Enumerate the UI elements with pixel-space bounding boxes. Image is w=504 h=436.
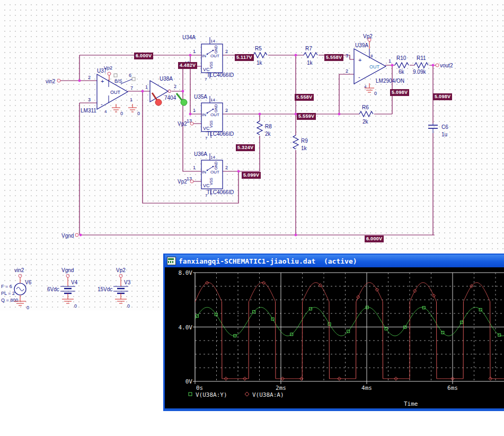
r11-ref: R11: [417, 55, 426, 61]
r11-val: 9.09k: [413, 69, 426, 75]
r8-ref: R8: [265, 124, 272, 129]
u37-plus: +: [101, 78, 104, 84]
vin2-terminal[interactable]: [57, 79, 60, 82]
bias-label[interactable]: 5.324V: [236, 144, 255, 151]
probe-app-icon: [167, 257, 176, 265]
vout2-terminal[interactable]: [436, 64, 439, 67]
bias-label[interactable]: 5.117V: [235, 54, 254, 61]
legend-label: V(U38A:Y): [196, 391, 227, 398]
u35a-gnd: GND: [214, 104, 218, 112]
bias-label[interactable]: 5.558V: [324, 54, 343, 61]
bias-label[interactable]: 5.099V: [242, 172, 261, 179]
resistor-r5[interactable]: [253, 53, 267, 58]
v6-prop2: PL = 2: [1, 291, 15, 296]
v6-prop3: Q = 800: [1, 298, 18, 303]
u37-minus: -: [101, 101, 103, 107]
u37-pin2: 2: [88, 75, 91, 80]
u37-gnd0-b: 0: [137, 111, 140, 116]
capacitor-c6[interactable]: C6 1u: [428, 124, 448, 137]
source-v4[interactable]: Vgnd V4 6Vdc 0: [47, 267, 78, 309]
u38a-part: 7404: [164, 95, 176, 101]
r10-val: 6k: [399, 69, 405, 75]
u37-pin4: 4: [104, 109, 107, 114]
net-vout2[interactable]: vout2: [436, 63, 453, 68]
v6-ref: V6: [25, 280, 32, 285]
u36a-pin2: 2: [225, 165, 228, 170]
u34a-part: TLC4066ID: [207, 72, 234, 78]
u38a-pin2: 2: [174, 84, 176, 89]
resistor-r11[interactable]: [414, 63, 428, 68]
vout2-label: vout2: [440, 63, 453, 68]
comparator-u37[interactable]: + - OUT B/S U37 LM311 2 3 7 6 1 4 Vp2 0 …: [81, 65, 140, 116]
inverter-u38a[interactable]: U38A 7404 1 2: [145, 76, 176, 102]
u37-pin3: 3: [88, 97, 91, 102]
u36a-gnd: GND: [214, 161, 218, 170]
bias-label[interactable]: 5.098V: [390, 89, 409, 96]
r8-val: 2k: [265, 131, 271, 137]
r6-ref: R6: [362, 104, 369, 110]
u36a-vss: VSS: [209, 178, 213, 185]
u37-out-label: OUT: [110, 90, 121, 95]
v4-ref: V4: [71, 280, 78, 285]
r6-val: 2k: [362, 119, 369, 125]
u39a-gnd0: 0: [374, 91, 377, 96]
voltage-probe-green[interactable]: [176, 93, 187, 106]
bias-label[interactable]: 4.482V: [178, 62, 197, 69]
bias-label[interactable]: 6.000V: [365, 236, 384, 242]
u35a-pin13: 13: [187, 118, 192, 124]
resistor-r9[interactable]: [293, 135, 298, 149]
ground-symbol: [115, 293, 127, 303]
bias-label[interactable]: 6.000V: [134, 53, 153, 59]
u37-pin7: 7: [130, 85, 133, 91]
plot-window-titlebar[interactable]: fanxiangqi-SCHEMATIC1-jiaoliu.dat (activ…: [165, 255, 504, 267]
plot-legend: V(U38A:Y)V(U38A:A): [189, 391, 284, 398]
vgnd-label: Vgnd: [61, 233, 74, 239]
u36a-out: OUT: [210, 170, 219, 175]
probe-plot-window[interactable]: fanxiangqi-SCHEMATIC1-jiaoliu.dat (activ…: [163, 254, 504, 411]
u36a-pin13: 13: [187, 176, 192, 181]
bias-label[interactable]: 5.098V: [433, 93, 452, 100]
x-tick-label: 2ms: [276, 385, 286, 391]
resistor-r7[interactable]: [304, 53, 317, 58]
u37-pin1: 1: [130, 97, 132, 102]
vin2-label: vin2: [46, 79, 56, 84]
net-vgnd[interactable]: Vgnd: [61, 233, 78, 239]
u35a-pin1: 1: [193, 108, 196, 113]
v3-ref: V3: [124, 280, 131, 285]
u37-vp2-terminal[interactable]: [108, 72, 111, 75]
u36a-pin1: 1: [193, 165, 196, 170]
net-vin2[interactable]: vin2: [46, 79, 60, 84]
y-tick-label: 4.0V: [179, 324, 193, 331]
v6-net-label: vin2: [14, 267, 24, 273]
resistor-r6[interactable]: [359, 111, 373, 117]
u37-bs-label: B/S: [114, 79, 122, 84]
u38a-pin1: 1: [145, 84, 148, 90]
v4-net-label: Vgnd: [61, 267, 74, 273]
source-v3[interactable]: Vp2 V3 15Vdc 0: [98, 267, 131, 309]
waveform-plot-area[interactable]: 8.0V4.0V0V0s2ms4ms6msV(U38A:Y)V(U38A:A)T…: [165, 267, 504, 408]
plot-grid: [195, 273, 504, 381]
u34a-vss: VSS: [209, 62, 213, 69]
vgnd-terminal[interactable]: [75, 233, 78, 237]
r5-ref: R5: [255, 46, 262, 51]
v4-gnd0: 0: [74, 303, 77, 309]
bias-label[interactable]: 5.559V: [297, 113, 316, 120]
u34a-pin14: 14: [210, 39, 215, 43]
bias-label[interactable]: 5.558V: [295, 94, 314, 101]
resistor-r10[interactable]: [395, 63, 409, 68]
resistor-r8[interactable]: [257, 121, 262, 135]
u39a-pin4: 4: [364, 84, 367, 89]
r5-val: 1k: [257, 60, 263, 66]
u34a-in: IN: [202, 54, 206, 58]
ground-symbol: [112, 104, 137, 112]
u38a-ref: U38A: [160, 76, 173, 82]
v3-net-label: Vp2: [116, 267, 126, 273]
source-v6[interactable]: vin2 V6 F = 6 PL = 2 Q = 800 0: [1, 267, 32, 310]
u36a-vc: VC: [203, 183, 210, 188]
u36a-ref: U36A: [194, 151, 207, 157]
u36a-vp2-label: Vp2: [178, 179, 187, 185]
u34a-out: OUT: [210, 54, 219, 58]
analog-switch-u36a[interactable]: IN OUT GND VSS VC U36A TLC4066ID 1 2 13 …: [178, 151, 234, 198]
legend-label: V(U38A:A): [252, 391, 284, 398]
v4-value: 6Vdc: [47, 286, 59, 292]
